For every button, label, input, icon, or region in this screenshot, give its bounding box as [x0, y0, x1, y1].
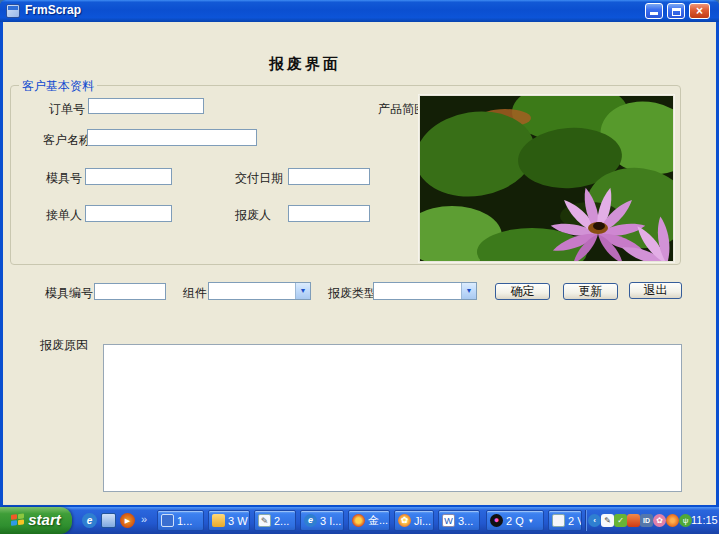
- toolbar-overflow-chevron[interactable]: »: [141, 513, 147, 525]
- start-button[interactable]: start: [0, 507, 72, 534]
- update-button[interactable]: 更新: [563, 283, 618, 300]
- windows-logo-icon: [11, 513, 25, 527]
- chevron-down-icon[interactable]: ▼: [295, 283, 310, 299]
- scrapped-by-input[interactable]: [288, 205, 370, 222]
- ok-button[interactable]: 确定: [495, 283, 550, 300]
- product-image: [419, 95, 674, 262]
- component-selected-value: [209, 283, 295, 299]
- taskbar-button-label: 3...: [458, 515, 473, 527]
- taskbar-button-group[interactable]: e 3 I... ▼: [300, 510, 344, 531]
- order-taker-input[interactable]: [85, 205, 172, 222]
- maximize-icon: [672, 8, 681, 16]
- delivery-date-label: 交付日期: [235, 170, 283, 187]
- page-title: 报废界面: [245, 55, 365, 74]
- show-desktop-icon[interactable]: [101, 513, 116, 528]
- exit-button[interactable]: 退出: [629, 282, 682, 299]
- taskbar-button-label: Ji...: [414, 515, 431, 527]
- taskbar-button-label: 2 V: [568, 515, 582, 527]
- media-player-tray-icon[interactable]: ‹: [588, 514, 601, 527]
- groupbox-title: 客户基本资料: [19, 78, 97, 95]
- folder-tray-icon[interactable]: [627, 514, 640, 527]
- messenger-tray-icon[interactable]: ✓: [614, 514, 627, 527]
- maximize-button[interactable]: [667, 3, 685, 19]
- water-lilies-picture: [420, 96, 673, 261]
- scrap-type-dropdown[interactable]: ▼: [373, 282, 477, 300]
- taskbar-button-group[interactable]: ● 2 Q ▼: [486, 510, 544, 531]
- tray-divider: [585, 510, 586, 531]
- window-app-icon: [552, 514, 565, 527]
- title-bar[interactable]: FrmScrap ×: [0, 0, 719, 22]
- update-tray-icon[interactable]: [666, 514, 679, 527]
- scrap-reason-textarea[interactable]: [103, 344, 682, 492]
- kingsoft-app-icon: [352, 514, 365, 527]
- component-dropdown[interactable]: ▼: [208, 282, 311, 300]
- internet-explorer-icon[interactable]: e: [82, 513, 97, 528]
- tray-clock: 11:15: [691, 507, 718, 534]
- flower-app-icon: ✿: [398, 514, 411, 527]
- window-title: FrmScrap: [25, 0, 81, 22]
- scrapped-by-label: 报废人: [235, 207, 271, 224]
- id-tray-icon[interactable]: ID: [640, 514, 653, 527]
- app-icon: [6, 4, 20, 18]
- taskbar-button-group[interactable]: 3 W ▼: [208, 510, 250, 531]
- qq-penguin-icon: ●: [490, 514, 503, 527]
- mold-code-label: 模具编号: [45, 285, 93, 302]
- notepad-icon: ✎: [258, 514, 271, 527]
- taskbar-button[interactable]: 金...: [348, 510, 390, 531]
- notes-tray-icon[interactable]: ✎: [601, 514, 614, 527]
- mold-number-label: 模具号: [46, 170, 82, 187]
- media-player-icon[interactable]: ▶: [120, 513, 135, 528]
- order-number-label: 订单号: [49, 101, 85, 118]
- taskbar-button-label: 2 Q: [506, 515, 524, 527]
- chevron-down-icon: ▼: [528, 518, 534, 524]
- scrap-type-selected-value: [374, 283, 461, 299]
- delivery-date-input[interactable]: [288, 168, 370, 185]
- minimize-button[interactable]: [645, 3, 663, 19]
- customer-info-groupbox: 客户基本资料 订单号 客户名称 模具号 交付日期 接单人 报废人 产品简图: [10, 85, 681, 265]
- folder-icon: [212, 514, 225, 527]
- scrap-type-label: 报废类型: [328, 285, 376, 302]
- taskbar-button[interactable]: 1...: [157, 510, 204, 531]
- close-button[interactable]: ×: [689, 3, 710, 19]
- chevron-down-icon[interactable]: ▼: [461, 283, 476, 299]
- document-icon: W: [442, 514, 455, 527]
- mold-code-input[interactable]: [94, 283, 166, 300]
- taskbar-button-label: 金...: [368, 513, 388, 528]
- taskbar-button-group[interactable]: 2 V ▼: [548, 510, 582, 531]
- flower-tray-icon[interactable]: ✿: [653, 514, 666, 527]
- form-client-area: 报废界面 客户基本资料 订单号 客户名称 模具号 交付日期 接单人 报废人 产品…: [3, 22, 716, 505]
- taskbar-button[interactable]: ✿ Ji...: [394, 510, 434, 531]
- minimize-icon: [650, 12, 658, 15]
- customer-name-input[interactable]: [87, 129, 257, 146]
- frmscrap-window: FrmScrap × 报废界面 客户基本资料 订单号 客户名称 模具号 交付日期…: [0, 0, 719, 507]
- mold-number-input[interactable]: [85, 168, 172, 185]
- taskbar-button[interactable]: W 3...: [438, 510, 480, 531]
- start-label: start: [28, 511, 61, 528]
- component-label: 组件: [183, 285, 207, 302]
- taskbar-button-label: 3 W: [228, 515, 248, 527]
- scrap-reason-label: 报废原因: [40, 337, 88, 354]
- taskbar-button[interactable]: ✎ 2...: [254, 510, 296, 531]
- order-taker-label: 接单人: [46, 207, 82, 224]
- taskbar: start e ▶ » 1... 3 W ▼ ✎ 2... e 3 I... ▼…: [0, 507, 719, 534]
- taskbar-button-label: 2...: [274, 515, 289, 527]
- order-number-input[interactable]: [88, 98, 204, 114]
- customer-name-label: 客户名称: [43, 132, 91, 149]
- taskbar-button-label: 1...: [177, 515, 192, 527]
- internet-explorer-icon: e: [304, 514, 317, 527]
- form-window-icon: [161, 514, 174, 527]
- taskbar-button-label: 3 I...: [320, 515, 341, 527]
